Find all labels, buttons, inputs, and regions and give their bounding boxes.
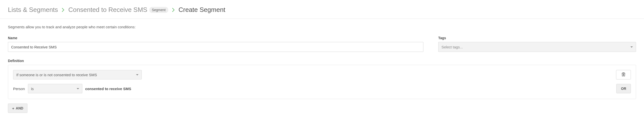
caret-down-icon [136,74,138,76]
plus-icon: + [12,106,14,110]
breadcrumb-current: Create Segment [178,6,225,14]
tags-placeholder: Select tags... [442,45,463,49]
or-button[interactable]: OR [616,84,631,93]
caret-down-icon [630,46,633,48]
chevron-right-icon [172,8,174,12]
definition-box: If someone is or is not consented to rec… [8,65,636,99]
intro-text: Segments allow you to track and analyze … [8,25,636,29]
trash-icon [622,73,625,77]
name-label: Name [8,36,424,40]
condition-suffix: consented to receive SMS [85,87,131,91]
breadcrumb: Lists & Segments Consented to Receive SM… [0,0,644,19]
breadcrumb-root-link[interactable]: Lists & Segments [8,6,58,14]
definition-label: Definition [8,59,636,63]
delete-condition-button[interactable] [616,70,631,80]
tags-label: Tags [438,36,636,40]
condition-type-select[interactable]: If someone is or is not consented to rec… [13,70,142,80]
tags-select[interactable]: Select tags... [438,42,636,52]
name-input[interactable] [8,42,424,52]
condition-type-value: If someone is or is not consented to rec… [16,73,97,77]
person-label: Person [13,87,25,91]
operator-value: is [31,87,34,91]
and-button-label: AND [16,106,23,110]
breadcrumb-segment-name: Consented to Receive SMS [68,6,147,14]
caret-down-icon [77,88,79,89]
breadcrumb-segment-link[interactable]: Consented to Receive SMS Segment [68,6,168,14]
and-button[interactable]: + AND [8,103,28,113]
segment-badge: Segment [150,7,168,13]
operator-select[interactable]: is [28,84,82,93]
chevron-right-icon [62,8,64,12]
